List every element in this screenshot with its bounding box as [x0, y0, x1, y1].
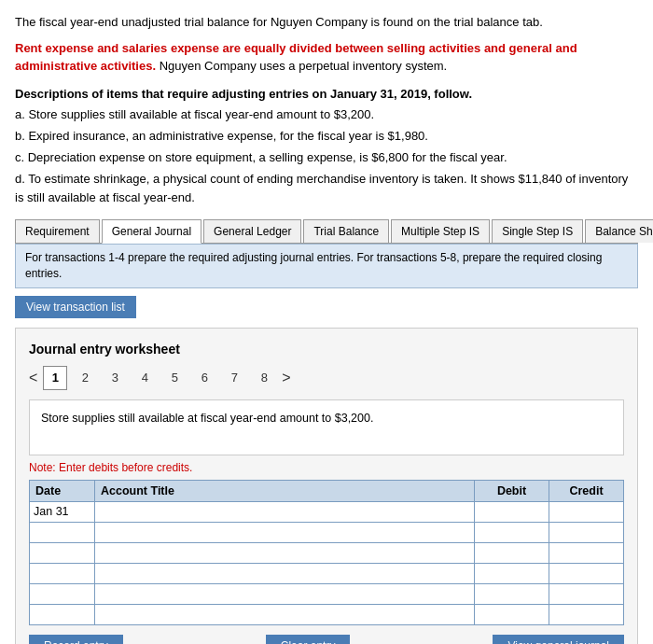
intro-line1: The fiscal year-end unadjusted trial bal… [15, 13, 638, 32]
table-row: Jan 31 [30, 501, 624, 522]
date-cell [30, 542, 95, 563]
debit-cell[interactable] [475, 563, 549, 583]
nav-num-1[interactable]: 1 [43, 366, 67, 390]
tab-multiple-step-is[interactable]: Multiple Step IS [391, 219, 490, 243]
view-general-journal-button[interactable]: View general journal [493, 635, 624, 644]
debit-cell[interactable] [475, 542, 549, 563]
credit-cell[interactable] [549, 604, 624, 624]
date-cell [30, 522, 95, 542]
account-cell[interactable] [95, 522, 475, 542]
nav-num-2[interactable]: 2 [73, 366, 97, 390]
info-bar-text: For transactions 1-4 prepare the require… [25, 251, 602, 280]
col-header-debit: Debit [475, 480, 549, 501]
tabs-row: Requirement General Journal General Ledg… [15, 219, 638, 244]
nav-num-8[interactable]: 8 [252, 366, 276, 390]
tab-single-step-is[interactable]: Single Step IS [492, 219, 583, 243]
table-row [30, 583, 624, 604]
account-cell[interactable] [95, 542, 475, 563]
tab-requirement[interactable]: Requirement [15, 219, 100, 243]
worksheet-panel: Journal entry worksheet < 1 2 3 4 5 6 7 … [15, 328, 638, 644]
debit-cell[interactable] [475, 604, 549, 624]
nav-row: < 1 2 3 4 5 6 7 8 > [29, 366, 624, 390]
tab-balance-sheet[interactable]: Balance Sheet [585, 219, 653, 243]
debit-cell[interactable] [475, 501, 549, 522]
nav-num-3[interactable]: 3 [103, 366, 127, 390]
table-row [30, 604, 624, 624]
tab-general-ledger[interactable]: General Ledger [203, 219, 301, 243]
account-cell[interactable] [95, 563, 475, 583]
debit-cell[interactable] [475, 583, 549, 604]
bottom-buttons: Record entry Clear entry View general jo… [29, 635, 624, 644]
account-cell[interactable] [95, 604, 475, 624]
date-cell [30, 604, 95, 624]
credit-cell[interactable] [549, 501, 624, 522]
transaction-description: Store supplies still available at fiscal… [29, 399, 624, 455]
debit-cell[interactable] [475, 522, 549, 542]
nav-num-5[interactable]: 5 [162, 366, 187, 390]
clear-entry-button[interactable]: Clear entry [266, 635, 351, 644]
desc-item-a: a. Store supplies still available at fis… [15, 105, 638, 125]
tab-general-journal[interactable]: General Journal [102, 219, 201, 244]
col-header-date: Date [30, 480, 95, 501]
descriptions-title: Descriptions of items that require adjus… [15, 85, 638, 105]
desc-item-c: c. Depreciation expense on store equipme… [15, 148, 638, 168]
info-bar: For transactions 1-4 prepare the require… [15, 244, 638, 288]
col-header-account: Account Title [95, 480, 475, 501]
desc-item-b: b. Expired insurance, an administrative … [15, 127, 638, 147]
record-entry-button[interactable]: Record entry [29, 635, 123, 644]
descriptions-section: Descriptions of items that require adjus… [15, 85, 638, 209]
view-transaction-button[interactable]: View transaction list [15, 296, 136, 318]
date-cell [30, 583, 95, 604]
account-cell[interactable] [95, 583, 475, 604]
note-text: Note: Enter debits before credits. [29, 461, 624, 474]
intro-line2: Rent expense and salaries expense are eq… [15, 39, 638, 76]
nav-num-4[interactable]: 4 [132, 366, 157, 390]
date-cell [30, 563, 95, 583]
worksheet-title: Journal entry worksheet [29, 342, 624, 357]
credit-cell[interactable] [549, 542, 624, 563]
nav-num-7[interactable]: 7 [222, 366, 246, 390]
credit-cell[interactable] [549, 522, 624, 542]
prev-arrow[interactable]: < [29, 370, 37, 386]
next-arrow[interactable]: > [282, 370, 290, 386]
credit-cell[interactable] [549, 563, 624, 583]
table-row [30, 542, 624, 563]
nav-num-6[interactable]: 6 [192, 366, 216, 390]
intro-cont-text: Nguyen Company uses a perpetual inventor… [156, 59, 447, 73]
entry-table: Date Account Title Debit Credit Jan 31 [29, 480, 624, 625]
credit-cell[interactable] [549, 583, 624, 604]
table-row [30, 563, 624, 583]
account-cell[interactable] [95, 501, 475, 522]
desc-item-d: d. To estimate shrinkage, a physical cou… [15, 170, 638, 209]
tab-trial-balance[interactable]: Trial Balance [303, 219, 389, 243]
date-cell: Jan 31 [30, 501, 95, 522]
col-header-credit: Credit [549, 480, 624, 501]
table-row [30, 522, 624, 542]
